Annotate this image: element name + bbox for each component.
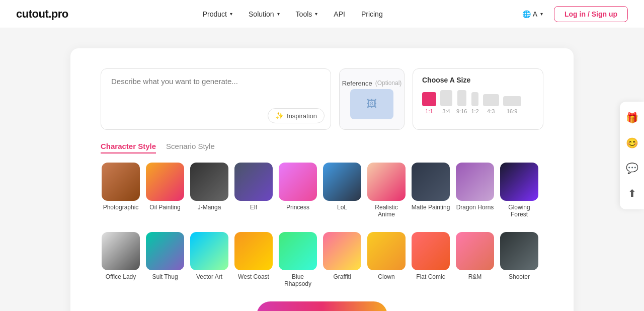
- style-photographic[interactable]: Photographic: [101, 163, 141, 218]
- generate-row: Generate: [101, 301, 543, 311]
- size-option-4-3[interactable]: 4:3: [483, 94, 499, 114]
- inspiration-button[interactable]: ✨ Inspiration: [268, 108, 325, 123]
- style-oil-painting[interactable]: Oil Painting: [145, 163, 185, 218]
- inspiration-icon: ✨: [275, 112, 284, 120]
- side-upload-button[interactable]: ⬆: [620, 181, 644, 205]
- generator-card: ✨ Inspiration Reference (Optional) 🖼 Cho…: [70, 48, 574, 311]
- tab-character-style[interactable]: Character Style: [101, 142, 156, 153]
- side-face-button[interactable]: 😊: [620, 131, 644, 155]
- style-realistic-anime[interactable]: Realistic Anime: [366, 163, 407, 218]
- size-option-9-16[interactable]: 9:16: [456, 90, 467, 114]
- navbar: cutout.pro Product ▾ Solution ▾ Tools ▾ …: [0, 0, 644, 28]
- nav-menu: Product ▾ Solution ▾ Tools ▾ API Pricing: [196, 6, 390, 22]
- style-grid-row1: Photographic Oil Painting J-Manga Elf Pr…: [101, 163, 543, 218]
- style-suit-thug[interactable]: Suit Thug: [145, 232, 185, 287]
- prompt-box: ✨ Inspiration: [101, 68, 331, 130]
- nav-product[interactable]: Product ▾: [196, 6, 239, 22]
- main-content: ✨ Inspiration Reference (Optional) 🖼 Cho…: [0, 28, 644, 311]
- prompt-row: ✨ Inspiration Reference (Optional) 🖼 Cho…: [101, 68, 543, 130]
- language-button[interactable]: 🌐 A ▾: [517, 7, 548, 21]
- size-title: Choose A Size: [422, 76, 534, 84]
- style-grid-row2: Office Lady Suit Thug Vector Art West Co…: [101, 232, 543, 287]
- style-lol[interactable]: LoL: [322, 163, 362, 218]
- style-tabs: Character Style Scenario Style: [101, 142, 543, 153]
- style-dragon-horns[interactable]: Dragon Horns: [455, 163, 495, 218]
- nav-api[interactable]: API: [327, 6, 352, 22]
- size-option-3-4[interactable]: 3:4: [440, 90, 452, 114]
- style-west-coast[interactable]: West Coast: [233, 232, 274, 287]
- style-jmanga[interactable]: J-Manga: [189, 163, 229, 218]
- generate-button[interactable]: Generate: [257, 301, 387, 311]
- chevron-down-icon: ▾: [315, 11, 317, 17]
- side-panel: 🎁 😊 💬 ⬆: [620, 102, 644, 209]
- style-office-lady[interactable]: Office Lady: [101, 232, 141, 287]
- prompt-input[interactable]: [111, 77, 320, 107]
- style-graffiti[interactable]: Graffiti: [322, 232, 362, 287]
- size-box: Choose A Size 1:1 3:4 9:16: [413, 68, 543, 130]
- reference-box[interactable]: Reference (Optional) 🖼: [339, 68, 405, 130]
- reference-preview: 🖼: [350, 89, 393, 119]
- style-rm[interactable]: R&M: [455, 232, 495, 287]
- size-options: 1:1 3:4 9:16 1:2: [422, 90, 534, 114]
- style-flat-comic[interactable]: Flat Comic: [411, 232, 451, 287]
- style-princess[interactable]: Princess: [278, 163, 318, 218]
- style-shooter[interactable]: Shooter: [499, 232, 539, 287]
- size-option-1-2[interactable]: 1:2: [471, 92, 478, 114]
- style-elf[interactable]: Elf: [233, 163, 274, 218]
- style-clown[interactable]: Clown: [366, 232, 407, 287]
- nav-solution[interactable]: Solution ▾: [242, 6, 287, 22]
- chevron-down-icon: ▾: [230, 11, 232, 17]
- chevron-down-icon: ▾: [277, 11, 280, 17]
- login-button[interactable]: Log in / Sign up: [554, 6, 628, 22]
- side-gift-button[interactable]: 🎁: [620, 106, 644, 130]
- size-option-16-9[interactable]: 16:9: [503, 96, 521, 114]
- style-blue-rhapsody[interactable]: Blue Rhapsody: [278, 232, 318, 287]
- style-vector-art[interactable]: Vector Art: [189, 232, 229, 287]
- size-option-1-1[interactable]: 1:1: [422, 92, 436, 114]
- nav-tools[interactable]: Tools ▾: [289, 6, 325, 22]
- side-chat-button[interactable]: 💬: [620, 156, 644, 180]
- tab-scenario-style[interactable]: Scenario Style: [166, 142, 215, 153]
- style-matte-painting[interactable]: Matte Painting: [411, 163, 451, 218]
- nav-pricing[interactable]: Pricing: [354, 6, 390, 22]
- logo[interactable]: cutout.pro: [16, 8, 68, 21]
- style-glowing-forest[interactable]: Glowing Forest: [499, 163, 539, 218]
- chevron-down-icon: ▾: [540, 11, 543, 17]
- nav-right: 🌐 A ▾ Log in / Sign up: [517, 6, 628, 22]
- image-icon: 🖼: [367, 98, 377, 110]
